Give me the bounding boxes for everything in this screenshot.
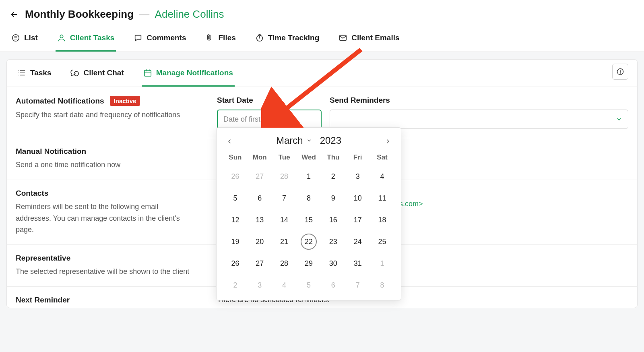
manual-notification-title: Manual Notification xyxy=(16,147,86,156)
calendar-day[interactable]: 5 xyxy=(223,187,248,209)
calendar-day[interactable]: 26 xyxy=(223,166,248,187)
chevron-left-icon xyxy=(226,138,233,145)
calendar-day[interactable]: 12 xyxy=(223,209,248,231)
calendar-day[interactable]: 6 xyxy=(321,274,345,296)
info-button[interactable] xyxy=(612,64,628,80)
start-date-input[interactable] xyxy=(217,110,322,129)
automated-notifications-desc: Specify the start date and frequency of … xyxy=(16,109,193,121)
subtab-manage-notifications-label: Manage Notifications xyxy=(156,68,233,77)
representative-title: Representative xyxy=(16,254,70,263)
tab-comments-label: Comments xyxy=(147,33,186,42)
calendar-day[interactable]: 5 xyxy=(297,274,321,296)
mail-icon xyxy=(339,33,347,42)
calendar-day[interactable]: 11 xyxy=(370,187,394,209)
calendar-day[interactable]: 24 xyxy=(345,231,370,253)
calendar-day[interactable]: 3 xyxy=(248,274,272,296)
back-button[interactable] xyxy=(10,10,19,19)
svg-point-1 xyxy=(60,35,63,38)
contacts-desc: Reminders will be sent to the following … xyxy=(16,201,193,236)
tab-time-tracking[interactable]: Time Tracking xyxy=(254,29,321,52)
calendar-day[interactable]: 2 xyxy=(321,166,345,187)
client-name[interactable]: Adeline Collins xyxy=(155,8,224,20)
calendar-day[interactable]: 8 xyxy=(370,274,394,296)
calendar-day[interactable]: 2 xyxy=(223,274,248,296)
calendar-dow: Thu xyxy=(321,150,345,166)
send-reminders-select[interactable] xyxy=(330,110,628,129)
chevron-down-icon xyxy=(616,116,622,122)
calendar-day[interactable]: 27 xyxy=(248,166,272,187)
status-badge: Inactive xyxy=(110,96,140,106)
subtab-tasks-label: Tasks xyxy=(30,68,51,77)
subtab-tasks[interactable]: Tasks xyxy=(16,67,53,87)
subtab-manage-notifications[interactable]: Manage Notifications xyxy=(142,67,235,87)
calendar-day[interactable]: 27 xyxy=(248,253,272,274)
tab-client-emails-label: Client Emails xyxy=(351,33,399,42)
subtab-client-chat[interactable]: Client Chat xyxy=(69,67,125,87)
representative-desc: The selected representative will be show… xyxy=(16,266,193,277)
calendar-year-label: 2023 xyxy=(320,135,341,146)
calendar-day[interactable]: 22 xyxy=(297,231,321,253)
tab-time-tracking-label: Time Tracking xyxy=(268,33,319,42)
calendar-day[interactable]: 6 xyxy=(248,187,272,209)
tab-list-label: List xyxy=(24,33,38,42)
calendar-day[interactable]: 21 xyxy=(272,231,297,253)
calendar-dow: Mon xyxy=(248,150,272,166)
svg-point-7 xyxy=(620,70,621,71)
calendar-day[interactable]: 16 xyxy=(321,209,345,231)
title-separator: — xyxy=(139,8,149,20)
calendar-day[interactable]: 9 xyxy=(321,187,345,209)
info-icon xyxy=(616,68,624,76)
calendar-day[interactable]: 8 xyxy=(297,187,321,209)
calendar-day[interactable]: 15 xyxy=(297,209,321,231)
person-icon xyxy=(57,33,66,42)
calendar-prev-month[interactable] xyxy=(224,136,235,147)
calendar-day[interactable]: 1 xyxy=(370,253,394,274)
tab-files-label: Files xyxy=(219,33,236,42)
list-icon xyxy=(11,33,20,42)
paperclip-icon xyxy=(206,33,215,42)
calendar-dow: Sat xyxy=(370,150,394,166)
svg-rect-5 xyxy=(144,70,151,77)
tab-client-emails[interactable]: Client Emails xyxy=(337,29,401,52)
calendar-day[interactable]: 4 xyxy=(272,274,297,296)
calendar-dow: Sun xyxy=(223,150,248,166)
calendar-day[interactable]: 7 xyxy=(345,274,370,296)
task-template-name: Monthly Bookkeeping xyxy=(25,8,134,20)
chevron-down-icon xyxy=(306,138,312,143)
secondary-tabs: Tasks Client Chat Manage Notifications xyxy=(7,60,637,87)
tab-files[interactable]: Files xyxy=(204,29,237,52)
calendar-day[interactable]: 23 xyxy=(321,231,345,253)
tab-client-tasks[interactable]: Client Tasks xyxy=(56,29,116,52)
calendar-day[interactable]: 28 xyxy=(272,253,297,274)
calendar-day[interactable]: 26 xyxy=(223,253,248,274)
calendar-day[interactable]: 4 xyxy=(370,166,394,187)
calendar-day[interactable]: 31 xyxy=(345,253,370,274)
calendar-day[interactable]: 3 xyxy=(345,166,370,187)
calendar-day[interactable]: 18 xyxy=(370,209,394,231)
calendar-day[interactable]: 14 xyxy=(272,209,297,231)
calendar-day[interactable]: 25 xyxy=(370,231,394,253)
calendar-day[interactable]: 17 xyxy=(345,209,370,231)
next-reminder-title: Next Reminder xyxy=(16,296,70,304)
send-reminders-label: Send Reminders xyxy=(330,96,628,105)
calendar-day[interactable]: 10 xyxy=(345,187,370,209)
calendar-day[interactable]: 7 xyxy=(272,187,297,209)
calendar-grid: SunMonTueWedThuFriSat2627281234567891011… xyxy=(223,150,394,296)
tab-list[interactable]: List xyxy=(10,29,39,52)
calendar-next-month[interactable] xyxy=(382,136,394,147)
calendar-dow: Fri xyxy=(345,150,370,166)
chevron-right-icon xyxy=(385,138,391,145)
chat-icon xyxy=(70,68,79,77)
tasks-icon xyxy=(17,68,26,77)
calendar-day[interactable]: 30 xyxy=(321,253,345,274)
tab-comments[interactable]: Comments xyxy=(132,29,188,52)
calendar-day[interactable]: 29 xyxy=(297,253,321,274)
calendar-day[interactable]: 13 xyxy=(248,209,272,231)
stopwatch-icon xyxy=(255,33,264,42)
calendar-month-select[interactable]: March xyxy=(276,135,312,146)
calendar-day[interactable]: 19 xyxy=(223,231,248,253)
calendar-day[interactable]: 1 xyxy=(297,166,321,187)
calendar-day[interactable]: 28 xyxy=(272,166,297,187)
calendar-month-label: March xyxy=(276,135,303,146)
calendar-day[interactable]: 20 xyxy=(248,231,272,253)
